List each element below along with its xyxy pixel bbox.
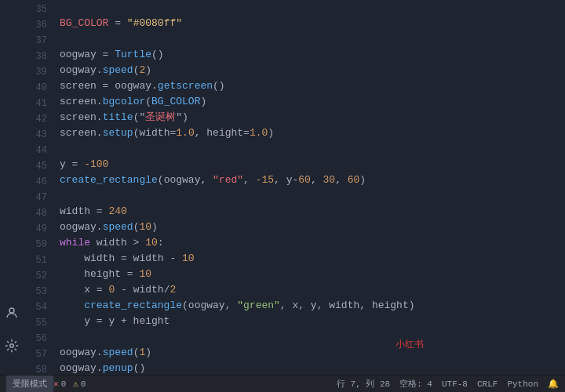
line-ending: CRLF — [477, 379, 498, 389]
user-icon[interactable] — [3, 304, 20, 321]
code-line: oogway.speed(10) — [60, 220, 565, 235]
code-token: . — [151, 78, 158, 94]
code-token: BG_COLOR — [60, 16, 108, 31]
settings-icon[interactable] — [3, 337, 20, 354]
code-token: -100 — [84, 157, 108, 172]
code-line: oogway = Turtle() — [60, 47, 565, 63]
code-token: speed — [103, 220, 133, 235]
code-token: . — [97, 361, 103, 375]
code-token: create_rectangle — [60, 298, 182, 314]
code-token: y — [60, 157, 66, 172]
code-token: setup — [103, 125, 133, 141]
code-line: screen.setup(width=1.0, height=1.0) — [60, 125, 565, 141]
code-token: () — [213, 78, 225, 94]
line-number: 43 — [24, 127, 47, 143]
code-token: ) — [200, 94, 206, 110]
code-token: width > — [90, 235, 145, 251]
status-bar: 受限模式 ✕ 0 ⚠ 0 行 7, 列 28 空格: 4 UTF-8 CRLF … — [0, 375, 565, 392]
code-token: = — [66, 157, 84, 172]
language-mode[interactable]: Python — [507, 379, 538, 389]
code-line: screen.bgcolor(BG_COLOR) — [60, 94, 565, 110]
code-token: (oogway, — [182, 298, 237, 314]
code-token: screen — [60, 94, 97, 110]
code-token: (oogway, — [158, 172, 213, 188]
code-line: create_rectangle(oogway, "red", -15, y-6… — [60, 172, 565, 188]
line-number: 46 — [24, 174, 47, 190]
warn-icon: ⚠ — [73, 379, 78, 389]
line-number: 58 — [24, 362, 47, 375]
code-token: width — [139, 125, 170, 141]
line-number: 44 — [24, 143, 47, 158]
code-token: 240 — [108, 204, 126, 220]
code-token: , y- — [274, 172, 298, 188]
code-token: 圣诞树 — [145, 110, 176, 125]
code-token: while — [60, 235, 90, 251]
line-number: 41 — [24, 96, 47, 111]
code-token: 60 — [348, 172, 360, 188]
line-number: 50 — [24, 237, 47, 252]
code-content[interactable]: BG_COLOR = "#0080ff" oogway = Turtle()oo… — [53, 0, 565, 375]
status-mode[interactable]: 受限模式 — [6, 376, 53, 393]
code-token: - width/ — [115, 282, 170, 298]
code-line: create_rectangle(oogway, "green", x, y, … — [60, 298, 565, 314]
code-line: height = 10 — [60, 267, 565, 282]
line-number: 56 — [24, 331, 47, 347]
line-number: 36 — [24, 17, 47, 33]
error-number: 0 — [61, 379, 67, 389]
code-line: BG_COLOR = "#0080ff" — [60, 16, 565, 31]
code-line: oogway.penup() — [60, 361, 565, 375]
code-token: oogway — [60, 345, 97, 361]
code-token: 10 — [145, 235, 158, 251]
code-token: -15 — [256, 172, 274, 188]
code-token: y = y + height — [60, 314, 170, 329]
encoding-info: UTF-8 — [442, 379, 468, 389]
code-token: 10 — [139, 220, 151, 235]
code-line: screen.title("圣诞树") — [60, 110, 565, 125]
code-token: = — [97, 47, 115, 63]
code-token: ( — [133, 63, 140, 78]
code-token: . — [97, 220, 103, 235]
code-token: , x, y, width, height) — [280, 298, 415, 314]
code-token: ( — [133, 125, 140, 141]
svg-point-1 — [10, 344, 14, 348]
line-number: 45 — [24, 158, 47, 174]
code-token: 0 — [108, 282, 115, 298]
code-token: . — [97, 110, 103, 125]
code-token: oogway — [60, 220, 97, 235]
svg-point-0 — [9, 308, 14, 313]
line-number: 55 — [24, 315, 47, 331]
code-line: width = 240 — [60, 204, 565, 220]
code-token: penup — [103, 361, 133, 375]
code-token: "green" — [237, 298, 280, 314]
line-number: 47 — [24, 190, 47, 205]
code-line — [60, 188, 565, 204]
code-token: height = — [60, 267, 139, 282]
left-sidebar — [0, 0, 24, 375]
code-token: 10 — [139, 267, 151, 282]
line-number: 51 — [24, 252, 47, 268]
cursor-position: 行 7, 列 28 — [337, 378, 390, 390]
code-token: oogway — [115, 78, 151, 94]
line-number: 35 — [24, 2, 47, 17]
code-token: BG_COLOR — [151, 94, 200, 110]
code-line: screen = oogway.getscreen() — [60, 78, 565, 94]
code-token: 30 — [323, 172, 336, 188]
status-right: 行 7, 列 28 空格: 4 UTF-8 CRLF Python 🔔 — [337, 378, 559, 390]
code-token: create_rectangle — [60, 172, 158, 188]
code-token: ) — [268, 125, 274, 141]
line-number: 49 — [24, 221, 47, 237]
code-token: speed — [103, 345, 133, 361]
code-token: : — [158, 235, 164, 251]
line-number: 40 — [24, 80, 47, 96]
code-token: ) — [145, 63, 151, 78]
code-token: 2 — [139, 63, 145, 78]
code-token: speed — [103, 63, 133, 78]
code-line: y = -100 — [60, 157, 565, 172]
code-token: 10 — [182, 251, 195, 267]
code-token: ( — [133, 345, 140, 361]
notifications-bell[interactable]: 🔔 — [548, 379, 559, 389]
code-token: ) — [151, 220, 158, 235]
code-token: 1.0 — [250, 125, 268, 141]
code-line — [60, 141, 565, 157]
code-token: 60 — [298, 172, 311, 188]
